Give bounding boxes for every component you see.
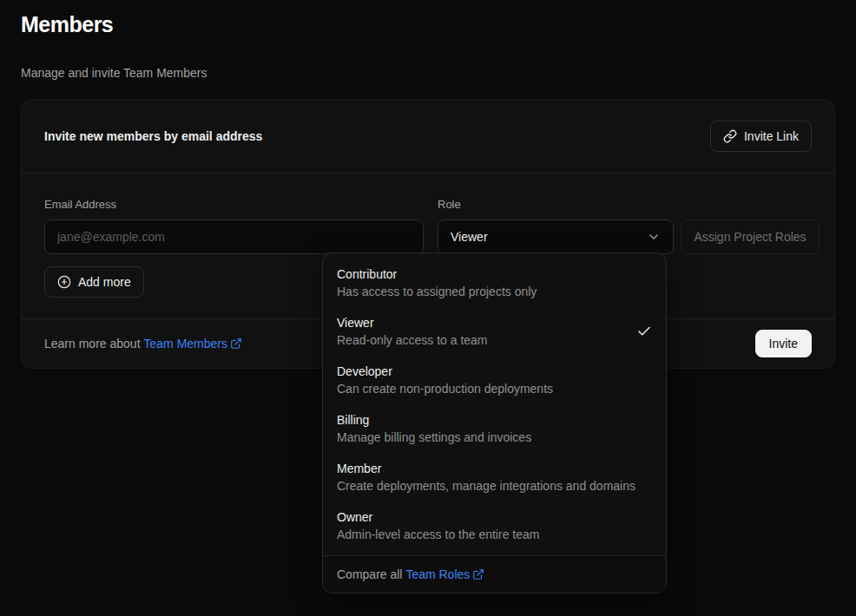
team-members-link[interactable]: Team Members bbox=[144, 337, 242, 351]
role-row: Viewer Assign Project Roles bbox=[438, 220, 820, 254]
role-option-description: Read-only access to a team bbox=[337, 331, 488, 349]
role-dropdown-footer: Compare all Team Roles bbox=[323, 555, 666, 593]
role-option-owner[interactable]: Owner Admin-level access to the entire t… bbox=[323, 501, 666, 550]
page-title: Members bbox=[21, 12, 835, 37]
email-input[interactable] bbox=[44, 220, 424, 254]
role-option-viewer[interactable]: Viewer Read-only access to a team bbox=[323, 307, 666, 356]
email-label: Email Address bbox=[44, 198, 424, 211]
invite-link-button[interactable]: Invite Link bbox=[710, 121, 812, 152]
role-option-name: Viewer bbox=[337, 314, 488, 331]
page-subtitle: Manage and invite Team Members bbox=[21, 66, 835, 80]
check-icon bbox=[636, 324, 652, 339]
plus-circle-icon bbox=[57, 275, 71, 289]
compare-all-text: Compare all bbox=[337, 567, 402, 581]
invite-card-title: Invite new members by email address bbox=[44, 129, 262, 143]
invite-form-row: Email Address Role Viewer bbox=[44, 198, 812, 254]
role-option-billing[interactable]: Billing Manage billing settings and invo… bbox=[323, 404, 666, 453]
role-option-contributor[interactable]: Contributor Has access to assigned proje… bbox=[323, 259, 666, 307]
role-option-name: Member bbox=[337, 460, 635, 477]
role-option-name: Contributor bbox=[337, 265, 537, 283]
invite-link-label: Invite Link bbox=[744, 129, 799, 143]
external-link-icon bbox=[472, 568, 484, 580]
role-option-description: Can create non-production deployments bbox=[337, 380, 553, 397]
invite-button[interactable]: Invite bbox=[755, 330, 812, 357]
role-option-description: Create deployments, manage integrations … bbox=[337, 477, 635, 495]
role-dropdown-menu: Contributor Has access to assigned proje… bbox=[322, 252, 667, 593]
role-option-name: Billing bbox=[337, 411, 531, 429]
learn-more-prefix: Learn more about bbox=[44, 337, 141, 351]
role-selected-value: Viewer bbox=[451, 230, 488, 244]
role-label: Role bbox=[438, 198, 820, 211]
assign-project-roles-button[interactable]: Assign Project Roles bbox=[681, 220, 820, 254]
role-option-description: Has access to assigned projects only bbox=[337, 283, 537, 300]
role-option-description: Manage billing settings and invoices bbox=[337, 429, 531, 446]
chevron-down-icon bbox=[647, 230, 661, 244]
role-option-developer[interactable]: Developer Can create non-production depl… bbox=[323, 356, 666, 404]
add-more-label: Add more bbox=[78, 275, 131, 289]
role-option-name: Developer bbox=[337, 363, 553, 380]
team-roles-link[interactable]: Team Roles bbox=[405, 567, 484, 581]
role-option-description: Admin-level access to the entire team bbox=[337, 526, 539, 543]
role-select[interactable]: Viewer bbox=[438, 220, 674, 254]
add-more-button[interactable]: Add more bbox=[44, 266, 144, 298]
team-members-link-label: Team Members bbox=[144, 337, 227, 351]
role-field-group: Role Viewer Assign Project Roles bbox=[438, 198, 820, 254]
external-link-icon bbox=[230, 337, 242, 350]
role-dropdown-list: Contributor Has access to assigned proje… bbox=[323, 253, 666, 555]
team-roles-link-label: Team Roles bbox=[405, 567, 470, 581]
invite-card-header: Invite new members by email address Invi… bbox=[22, 100, 834, 174]
role-option-member[interactable]: Member Create deployments, manage integr… bbox=[323, 453, 666, 501]
role-option-name: Owner bbox=[337, 508, 539, 526]
email-field-group: Email Address bbox=[44, 198, 424, 254]
link-icon bbox=[723, 129, 737, 143]
learn-more-text: Learn more about Team Members bbox=[44, 337, 242, 351]
